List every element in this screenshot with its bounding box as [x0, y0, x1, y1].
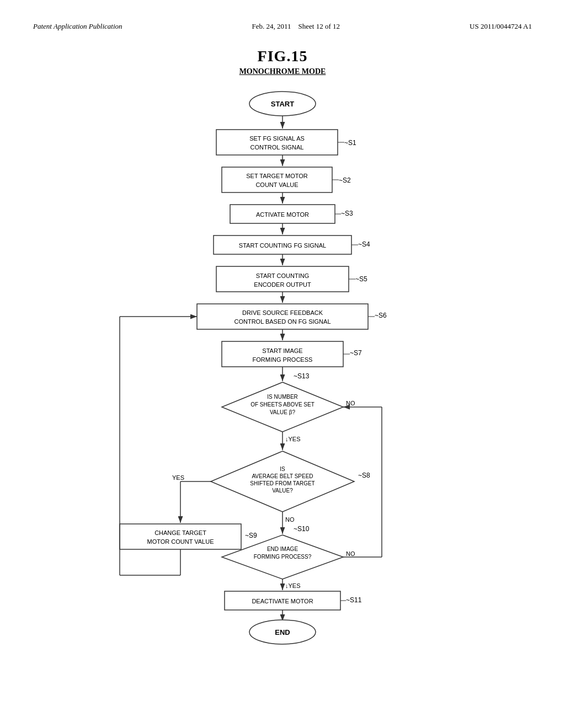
- page: Patent Application Publication Feb. 24, …: [0, 0, 565, 728]
- svg-text:FORMING PROCESS: FORMING PROCESS: [253, 356, 313, 363]
- svg-text:FORMING PROCESS?: FORMING PROCESS?: [254, 554, 312, 560]
- svg-text:CONTROL BASED ON FG SIGNAL: CONTROL BASED ON FG SIGNAL: [234, 318, 331, 325]
- svg-text:END IMAGE: END IMAGE: [267, 546, 298, 552]
- svg-text:YES: YES: [172, 474, 184, 481]
- svg-text:START COUNTING FG SIGNAL: START COUNTING FG SIGNAL: [239, 242, 326, 249]
- svg-text:DEACTIVATE MOTOR: DEACTIVATE MOTOR: [252, 598, 313, 604]
- svg-text:~S1: ~S1: [344, 139, 356, 147]
- svg-rect-62: [120, 524, 241, 549]
- header-patent-number: US 2011/0044724 A1: [470, 22, 532, 31]
- svg-text:START COUNTING: START COUNTING: [256, 272, 310, 279]
- svg-text:VALUE β?: VALUE β?: [270, 409, 296, 415]
- svg-text:~S10: ~S10: [294, 525, 310, 533]
- figure-title: FIG.15: [33, 47, 532, 65]
- svg-text:START: START: [271, 100, 294, 108]
- svg-text:↓YES: ↓YES: [285, 436, 301, 442]
- header-date-sheet: Feb. 24, 2011 Sheet 12 of 12: [252, 22, 340, 31]
- header-sheet: Sheet 12 of 12: [299, 22, 340, 30]
- svg-text:~S9: ~S9: [245, 532, 257, 539]
- svg-text:DRIVE SOURCE FEEDBACK: DRIVE SOURCE FEEDBACK: [242, 309, 323, 316]
- svg-rect-38: [222, 341, 343, 367]
- svg-rect-26: [216, 266, 349, 292]
- svg-rect-4: [216, 130, 338, 155]
- svg-text:~S2: ~S2: [339, 176, 351, 184]
- svg-text:IS: IS: [280, 466, 285, 472]
- header-date: Feb. 24, 2011: [252, 22, 291, 30]
- header-publication-type: Patent Application Publication: [33, 22, 122, 31]
- svg-text:~S6: ~S6: [375, 312, 387, 319]
- svg-text:NO: NO: [285, 516, 295, 523]
- figure-mode: MONOCHROME MODE: [33, 67, 532, 76]
- svg-text:~S13: ~S13: [294, 372, 310, 380]
- svg-text:ACTIVATE MOTOR: ACTIVATE MOTOR: [256, 211, 309, 218]
- svg-text:END: END: [275, 628, 290, 636]
- svg-text:START IMAGE: START IMAGE: [262, 347, 302, 354]
- svg-text:↓YES: ↓YES: [285, 582, 301, 589]
- flowchart-diagram: START SET FG SIGNAL AS CONTROL SIGNAL ~S…: [89, 82, 476, 688]
- svg-text:CHANGE TARGET: CHANGE TARGET: [154, 529, 206, 536]
- svg-text:ENCODER OUTPUT: ENCODER OUTPUT: [254, 281, 311, 288]
- svg-text:NO: NO: [346, 550, 355, 557]
- svg-rect-10: [222, 167, 332, 192]
- svg-rect-32: [197, 304, 368, 329]
- svg-text:CONTROL SIGNAL: CONTROL SIGNAL: [250, 144, 304, 151]
- svg-text:OF SHEETS ABOVE SET: OF SHEETS ABOVE SET: [250, 402, 315, 408]
- svg-text:~S8: ~S8: [358, 472, 370, 479]
- svg-text:VALUE?: VALUE?: [272, 488, 293, 494]
- svg-text:~S4: ~S4: [358, 240, 370, 248]
- svg-text:IS NUMBER: IS NUMBER: [267, 394, 298, 400]
- svg-text:~S11: ~S11: [346, 596, 362, 604]
- svg-text:~S3: ~S3: [341, 210, 353, 217]
- svg-text:AVERAGE BELT SPEED: AVERAGE BELT SPEED: [252, 473, 313, 479]
- svg-text:SET TARGET MOTOR: SET TARGET MOTOR: [246, 173, 308, 179]
- svg-text:COUNT VALUE: COUNT VALUE: [255, 181, 298, 188]
- svg-text:~S7: ~S7: [350, 349, 362, 357]
- svg-text:NO: NO: [346, 400, 355, 406]
- svg-text:SET FG SIGNAL AS: SET FG SIGNAL AS: [249, 135, 305, 142]
- page-header: Patent Application Publication Feb. 24, …: [33, 22, 532, 31]
- svg-text:SHIFTED FROM TARGET: SHIFTED FROM TARGET: [250, 480, 315, 486]
- svg-text:~S5: ~S5: [355, 275, 367, 283]
- svg-text:MOTOR COUNT VALUE: MOTOR COUNT VALUE: [147, 538, 214, 545]
